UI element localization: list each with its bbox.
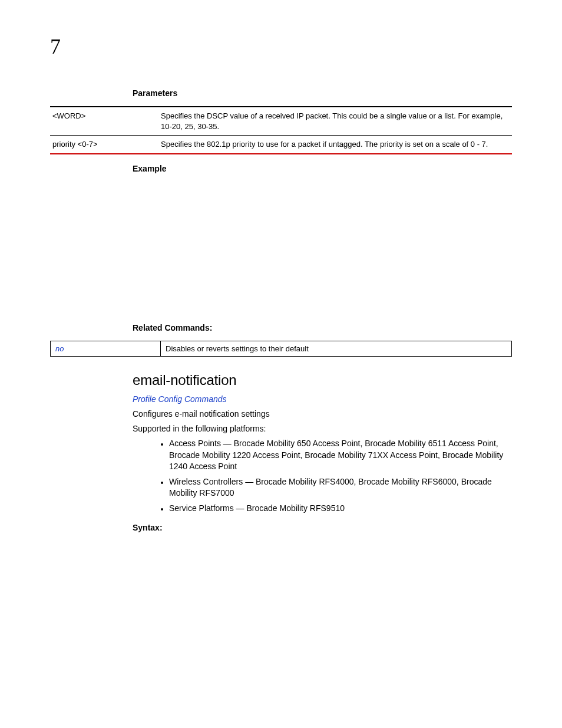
platforms-list: Access Points — Brocade Mobility 650 Acc… [133, 438, 512, 515]
command-description: Configures e-mail notification settings [133, 409, 512, 420]
param-desc: Specifies the DSCP value of a received I… [158, 107, 512, 136]
table-row: <WORD> Specifies the DSCP value of a rec… [50, 107, 512, 136]
parameters-heading: Parameters [133, 88, 512, 98]
list-item: Wireless Controllers — Brocade Mobility … [169, 476, 512, 499]
parameters-table: <WORD> Specifies the DSCP value of a rec… [50, 106, 512, 154]
syntax-heading: Syntax: [133, 523, 512, 532]
no-command-link[interactable]: no [55, 344, 64, 353]
example-heading: Example [133, 164, 512, 173]
param-name: <WORD> [50, 107, 158, 136]
list-item: Service Platforms — Brocade Mobility RFS… [169, 503, 512, 515]
profile-config-link[interactable]: Profile Config Commands [133, 394, 512, 404]
chapter-number: 7 [50, 34, 512, 59]
table-row: priority <0-7> Specifies the 802.1p prio… [50, 136, 512, 154]
command-title: email-notification [133, 372, 512, 388]
table-row: no Disables or reverts settings to their… [51, 341, 512, 357]
related-command-desc: Disables or reverts settings to their de… [161, 341, 512, 357]
page: 7 Parameters <WORD> Specifies the DSCP v… [0, 0, 562, 728]
supported-platforms-intro: Supported in the following platforms: [133, 423, 512, 434]
param-desc: Specifies the 802.1p priority to use for… [158, 136, 512, 154]
related-commands-table: no Disables or reverts settings to their… [50, 341, 512, 357]
related-command-name[interactable]: no [51, 341, 161, 357]
example-content-placeholder [133, 182, 512, 323]
related-commands-heading: Related Commands: [133, 323, 512, 332]
content-column: email-notification Profile Config Comman… [133, 372, 512, 532]
content-column: Parameters [133, 88, 512, 98]
param-name: priority <0-7> [50, 136, 158, 154]
content-column: Example Related Commands: [133, 164, 512, 332]
list-item: Access Points — Brocade Mobility 650 Acc… [169, 438, 512, 473]
